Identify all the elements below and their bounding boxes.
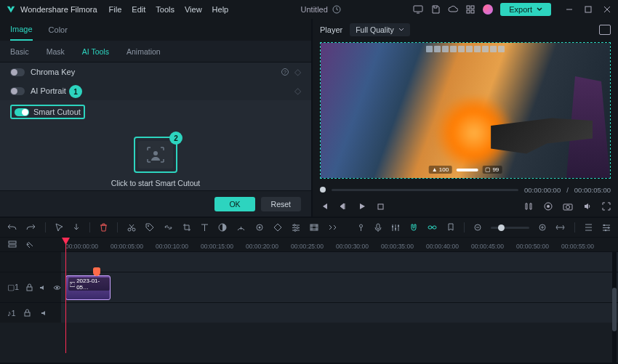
zoom-slider[interactable] xyxy=(491,227,529,229)
keyframe-tool-icon[interactable] xyxy=(273,222,282,232)
timeline-clip[interactable]: 2023-01-05… xyxy=(65,275,111,300)
cutout-hint: Click to start Smart Cutout xyxy=(111,179,201,187)
zoom-out-icon[interactable] xyxy=(474,222,482,232)
expand-icon[interactable] xyxy=(602,202,611,211)
timeline: ▢1 2023-01-05… ♪1 xyxy=(0,251,618,363)
speed-icon[interactable] xyxy=(236,222,246,232)
delete-icon[interactable] xyxy=(100,222,108,232)
svg-rect-8 xyxy=(378,204,383,209)
device-icon[interactable] xyxy=(413,4,423,15)
close-icon[interactable] xyxy=(602,4,612,15)
clip-trim-icon[interactable] xyxy=(523,202,534,211)
redo-icon[interactable] xyxy=(26,222,36,232)
info-icon[interactable]: ? xyxy=(281,68,289,76)
zoom-in-icon[interactable] xyxy=(539,222,547,232)
project-history-icon[interactable] xyxy=(332,5,341,14)
link-toggle-icon[interactable] xyxy=(428,222,437,232)
toggle-ai-portrait[interactable] xyxy=(10,87,25,95)
start-smart-cutout-button[interactable] xyxy=(138,141,173,169)
tab-color[interactable]: Color xyxy=(49,20,68,40)
minimize-icon[interactable] xyxy=(564,4,574,15)
cloud-icon[interactable] xyxy=(448,4,458,15)
scrub-handle[interactable] xyxy=(93,267,100,276)
magnet-icon[interactable] xyxy=(409,222,418,232)
track-hide-icon[interactable] xyxy=(53,283,61,293)
ruler-tick: 00:00:50:00 xyxy=(516,243,561,250)
svg-point-40 xyxy=(71,283,72,283)
effects-icon[interactable] xyxy=(255,222,264,232)
arrow-down-icon[interactable] xyxy=(73,222,81,232)
tag-icon[interactable] xyxy=(145,222,154,232)
toggle-smart-cutout[interactable] xyxy=(15,108,29,116)
maximize-icon[interactable] xyxy=(583,4,593,15)
track-lock-icon[interactable] xyxy=(23,308,33,318)
list-icon[interactable] xyxy=(585,222,593,232)
render-icon[interactable] xyxy=(310,222,318,232)
track-filter-icon[interactable] xyxy=(25,240,35,250)
track-mute-icon[interactable] xyxy=(39,308,49,318)
menu-help[interactable]: Help xyxy=(212,5,229,14)
svg-point-38 xyxy=(56,286,58,288)
seek-handle[interactable] xyxy=(320,187,326,193)
more-icon[interactable] xyxy=(328,222,338,232)
zoom-fit-icon[interactable] xyxy=(555,222,565,232)
seek-bar[interactable] xyxy=(332,189,518,191)
settings-icon[interactable] xyxy=(602,222,611,232)
track-body[interactable]: 2023-01-05… xyxy=(61,272,618,302)
play-icon[interactable] xyxy=(358,202,366,211)
volume-icon[interactable] xyxy=(583,202,592,211)
stop-icon[interactable] xyxy=(377,203,385,211)
menu-view[interactable]: View xyxy=(185,5,202,14)
track-manage-icon[interactable] xyxy=(7,240,17,250)
subtab-ai-tools[interactable]: AI Tools xyxy=(82,47,109,56)
step-back-icon[interactable] xyxy=(339,202,348,211)
svg-rect-37 xyxy=(27,287,32,291)
marker-add-icon[interactable] xyxy=(446,222,454,232)
link-icon[interactable] xyxy=(164,222,173,232)
track-body[interactable] xyxy=(61,303,618,323)
svg-point-23 xyxy=(359,225,362,227)
mixer-icon[interactable] xyxy=(391,222,400,232)
svg-rect-26 xyxy=(395,228,396,230)
keyframe-icon[interactable]: ◇ xyxy=(294,86,301,96)
reset-button[interactable]: Reset xyxy=(261,197,301,211)
timeline-scrollbar[interactable] xyxy=(612,251,617,363)
menu-file[interactable]: File xyxy=(109,5,122,14)
row-smart-cutout: Smart Cutout xyxy=(0,100,311,124)
undo-icon[interactable] xyxy=(7,222,17,232)
split-icon[interactable] xyxy=(127,222,136,232)
menu-edit[interactable]: Edit xyxy=(132,5,145,14)
app-name: Wondershare Filmora xyxy=(20,5,97,14)
quality-select[interactable]: Full Quality xyxy=(350,23,410,36)
subtab-mask[interactable]: Mask xyxy=(47,47,65,56)
adjust-icon[interactable] xyxy=(292,222,300,232)
tab-image[interactable]: Image xyxy=(10,19,33,41)
menu-tools[interactable]: Tools xyxy=(156,5,174,14)
crop-icon[interactable] xyxy=(182,222,191,232)
toggle-chroma-key[interactable] xyxy=(10,68,25,76)
color-icon[interactable] xyxy=(218,222,227,232)
keyframe-icon[interactable]: ◇ xyxy=(294,67,301,77)
subtab-animation[interactable]: Animation xyxy=(127,47,161,56)
marker-icon[interactable] xyxy=(544,202,553,211)
mark-in-icon[interactable] xyxy=(357,222,365,232)
grid-icon[interactable] xyxy=(465,4,475,15)
track-lock-icon[interactable] xyxy=(25,283,33,293)
playhead[interactable] xyxy=(65,238,66,353)
preview-viewport[interactable]: ▲ 100 ▢ 99 xyxy=(320,42,611,179)
prev-frame-icon[interactable] xyxy=(320,202,329,211)
ok-button[interactable]: OK xyxy=(214,197,254,211)
mic-icon[interactable] xyxy=(374,222,382,232)
text-icon[interactable] xyxy=(201,222,209,232)
export-button[interactable]: Export xyxy=(500,3,551,16)
timeline-ruler[interactable]: 00:00:00:00 00:00:05:00 00:00:10:00 00:0… xyxy=(0,237,618,251)
snapshot-icon[interactable] xyxy=(599,25,611,35)
save-icon[interactable] xyxy=(430,4,441,15)
svg-point-18 xyxy=(258,227,260,229)
subtab-basic[interactable]: Basic xyxy=(10,47,29,56)
account-avatar-icon[interactable] xyxy=(483,4,493,15)
pointer-icon[interactable] xyxy=(55,222,63,232)
svg-rect-2 xyxy=(467,6,470,9)
camera-icon[interactable] xyxy=(563,203,573,211)
track-mute-icon[interactable] xyxy=(39,283,47,293)
